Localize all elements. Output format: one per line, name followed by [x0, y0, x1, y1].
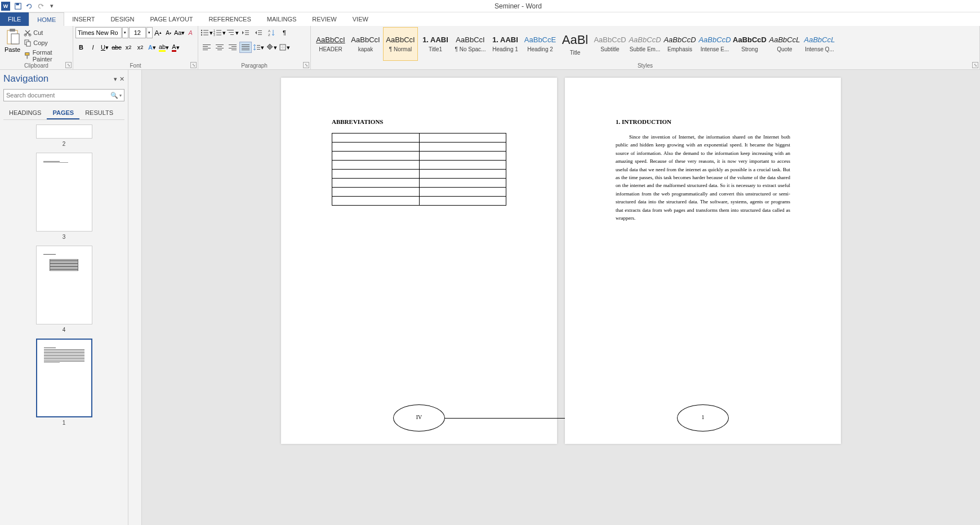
redo-icon[interactable]	[35, 1, 46, 12]
align-right-button[interactable]	[226, 42, 239, 53]
align-center-button[interactable]	[213, 42, 226, 53]
clear-formatting-button[interactable]: A	[185, 27, 195, 38]
font-size-input[interactable]	[129, 27, 146, 38]
increase-indent-button[interactable]	[252, 27, 265, 38]
tab-home[interactable]: HOME	[29, 12, 64, 26]
svg-rect-39	[217, 46, 222, 47]
multilevel-list-button[interactable]: ▾	[226, 27, 239, 38]
svg-point-13	[201, 32, 202, 33]
shrink-font-button[interactable]: A▾	[163, 27, 173, 38]
style-subtitle[interactable]: AaBbCcDSubtitle	[593, 27, 627, 61]
superscript-button[interactable]: x2	[135, 42, 146, 53]
navigation-title: Navigation	[3, 73, 48, 84]
save-icon[interactable]	[12, 1, 24, 12]
font-group-label: Font	[73, 63, 198, 69]
svg-rect-28	[245, 34, 249, 35]
sort-button[interactable]: AZ	[265, 27, 278, 38]
tab-insert[interactable]: INSERT	[64, 12, 103, 26]
styles-launcher-icon[interactable]: ⤡	[972, 62, 978, 68]
svg-rect-46	[242, 45, 250, 45]
svg-rect-30	[258, 33, 262, 33]
style--no-spac-[interactable]: AaBbCcI¶ No Spac...	[453, 27, 488, 61]
shading-button[interactable]: ▾	[265, 42, 278, 53]
style--normal[interactable]: AaBbCcI¶ Normal	[383, 27, 418, 61]
undo-icon[interactable]	[24, 1, 35, 12]
svg-rect-20	[216, 33, 221, 33]
format-painter-label: Format Painter	[33, 49, 69, 63]
page-right[interactable]: 1. INTRODUCTION Since the invention of I…	[565, 78, 841, 444]
font-size-dropdown-icon[interactable]: ▾	[146, 27, 153, 38]
navigation-tabs: HEADINGS PAGES RESULTS	[3, 107, 124, 120]
cut-button[interactable]: Cut	[23, 28, 70, 37]
text-effects-button[interactable]: A▾	[146, 42, 158, 53]
tab-view[interactable]: VIEW	[345, 12, 376, 26]
svg-rect-40	[216, 48, 224, 48]
format-painter-button[interactable]: Format Painter	[23, 48, 70, 63]
search-input[interactable]	[6, 92, 110, 99]
search-dropdown-icon[interactable]: ▾	[119, 93, 122, 98]
clipboard-group-label: Clipboard	[0, 63, 73, 69]
align-left-button[interactable]	[201, 42, 213, 53]
clipboard-launcher-icon[interactable]: ⤡	[65, 62, 72, 68]
numbering-button[interactable]: 123▾	[213, 27, 226, 38]
change-case-button[interactable]: Aa▾	[174, 27, 185, 38]
tab-mailings[interactable]: MAILINGS	[259, 12, 305, 26]
style-title1[interactable]: 1. AABITitle1	[418, 27, 453, 61]
navigation-dropdown-icon[interactable]: ▾	[114, 75, 117, 83]
style-strong[interactable]: AaBbCcDStrong	[732, 27, 767, 61]
vertical-ruler[interactable]	[128, 70, 142, 525]
tab-page-layout[interactable]: PAGE LAYOUT	[142, 12, 201, 26]
style-kapak[interactable]: AaBbCcIkapak	[348, 27, 383, 61]
highlight-button[interactable]: ab▾	[158, 42, 170, 53]
copy-button[interactable]: Copy	[23, 38, 70, 47]
thumbnail-page-4[interactable]	[36, 246, 92, 324]
grow-font-button[interactable]: A▴	[153, 27, 163, 38]
thumbnail-page-1[interactable]	[36, 339, 92, 417]
font-launcher-icon[interactable]: ⤡	[190, 62, 197, 68]
justify-button[interactable]	[239, 42, 252, 53]
decrease-indent-button[interactable]	[239, 27, 252, 38]
navigation-pane: Navigation ▾ ✕ 🔍 ▾ HEADINGS PAGES RESULT…	[0, 70, 128, 525]
navigation-search[interactable]: 🔍 ▾	[3, 89, 124, 101]
tab-references[interactable]: REFERENCES	[201, 12, 259, 26]
line-spacing-button[interactable]: ▾	[252, 42, 265, 53]
subscript-button[interactable]: x2	[123, 42, 134, 53]
borders-button[interactable]: ▾	[278, 42, 291, 53]
bullets-button[interactable]: ▾	[201, 27, 213, 38]
style-title[interactable]: AaBlTitle	[558, 27, 593, 61]
style-intense-e-[interactable]: AaBbCcDIntense E...	[697, 27, 732, 61]
thumbnail-page-1-num: 1	[63, 420, 66, 426]
font-name-input[interactable]	[75, 27, 122, 38]
search-icon[interactable]: 🔍	[110, 92, 118, 99]
nav-tab-headings[interactable]: HEADINGS	[3, 107, 47, 119]
thumbnail-page-2[interactable]	[36, 124, 92, 139]
style-intense-q-[interactable]: AaBbCcLIntense Q...	[802, 27, 837, 61]
navigation-close-icon[interactable]: ✕	[119, 75, 124, 83]
svg-rect-45	[231, 50, 237, 50]
abbreviations-table[interactable]	[332, 133, 506, 206]
bold-button[interactable]: B	[75, 42, 87, 53]
font-color-button[interactable]: A▾	[170, 42, 181, 53]
style-emphasis[interactable]: AaBbCcDEmphasis	[662, 27, 697, 61]
italic-button[interactable]: I	[87, 42, 99, 53]
paragraph-launcher-icon[interactable]: ⤡	[303, 62, 309, 68]
nav-tab-pages[interactable]: PAGES	[47, 107, 79, 119]
qat-customize-icon[interactable]: ▾	[46, 1, 57, 12]
underline-button[interactable]: U▾	[99, 42, 110, 53]
font-name-dropdown-icon[interactable]: ▾	[122, 27, 128, 38]
style-heading-1[interactable]: 1. AABIHeading 1	[488, 27, 523, 61]
style-heading-2[interactable]: AaBbCcEHeading 2	[523, 27, 558, 61]
page-right-body[interactable]: Since the invention of Internet, the inf…	[616, 133, 790, 222]
thumbnail-page-3[interactable]	[36, 153, 92, 232]
document-scroll[interactable]: ABBREVIATIONS IV 1. INTRODUCTION Since t…	[142, 70, 980, 525]
style-quote[interactable]: AaBbCcLQuote	[767, 27, 802, 61]
tab-design[interactable]: DESIGN	[103, 12, 142, 26]
tab-file[interactable]: FILE	[0, 12, 29, 26]
show-marks-button[interactable]: ¶	[278, 27, 291, 38]
tab-review[interactable]: REVIEW	[304, 12, 344, 26]
style-header[interactable]: AaBbCcIHEADER	[313, 27, 348, 61]
page-left[interactable]: ABBREVIATIONS IV	[281, 78, 557, 444]
style-subtle-em-[interactable]: AaBbCcDSubtle Em...	[627, 27, 662, 61]
strikethrough-button[interactable]: abc	[111, 42, 122, 53]
nav-tab-results[interactable]: RESULTS	[79, 107, 119, 119]
